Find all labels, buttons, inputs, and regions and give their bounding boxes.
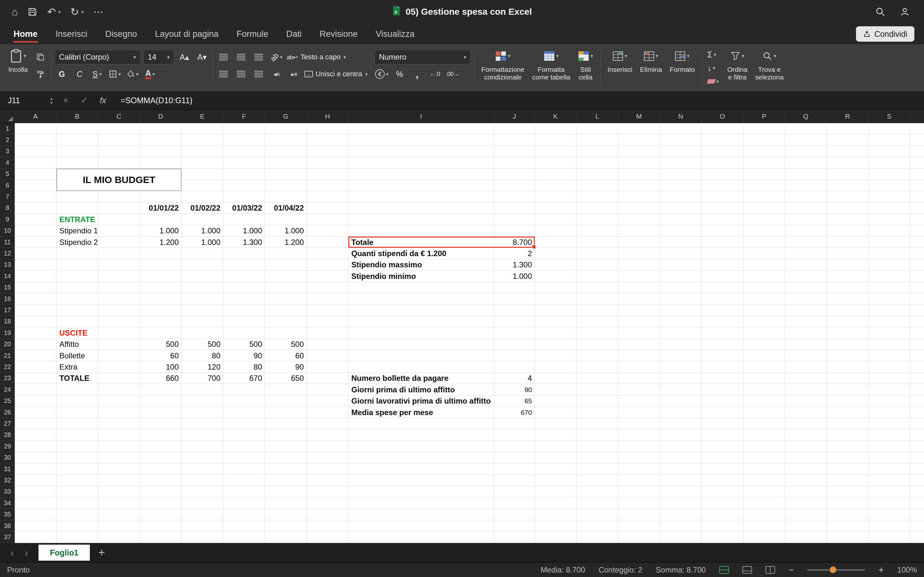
row-header-13[interactable]: 13 <box>0 259 15 271</box>
clear-button[interactable]: ▾ <box>706 75 724 88</box>
page-layout-view-icon[interactable] <box>742 566 752 574</box>
sheet-tab-foglio1[interactable]: Foglio1 <box>39 545 90 561</box>
cell-J13[interactable]: 1.300 <box>494 259 535 271</box>
name-box-spinner[interactable]: ▴▾ <box>50 97 53 105</box>
cell-J11[interactable]: 8.700 <box>494 237 535 248</box>
orientation-button[interactable]: ab▾ <box>269 50 284 64</box>
column-header-C[interactable]: C <box>98 110 140 123</box>
cell-J26[interactable]: 670 <box>494 407 535 418</box>
column-header-H[interactable]: H <box>307 110 349 123</box>
row-header-27[interactable]: 27 <box>0 418 15 429</box>
chevron-down-icon[interactable]: ▾ <box>81 9 84 15</box>
tab-revisione[interactable]: Revisione <box>310 24 367 44</box>
row-header-11[interactable]: 11 <box>0 237 15 248</box>
row-header-37[interactable]: 37 <box>0 532 15 543</box>
column-header-E[interactable]: E <box>182 110 223 123</box>
column-header-F[interactable]: F <box>223 110 265 123</box>
cell-F20[interactable]: 500 <box>223 339 265 350</box>
column-header-B[interactable]: B <box>57 110 98 123</box>
select-all-corner[interactable] <box>0 110 15 123</box>
cell-B20[interactable]: Affitto <box>57 339 98 350</box>
cell-D8[interactable]: 01/01/22 <box>140 203 182 214</box>
row-header-35[interactable]: 35 <box>0 509 15 520</box>
align-left-icon[interactable] <box>216 67 231 81</box>
cancel-icon[interactable]: × <box>57 95 75 105</box>
row-header-7[interactable]: 7 <box>0 191 15 202</box>
row-header-9[interactable]: 9 <box>0 214 15 225</box>
row-header-4[interactable]: 4 <box>0 157 15 168</box>
decrease-decimal-icon[interactable]: .00→ <box>445 67 460 81</box>
cell-I13[interactable]: Stipendio massimo <box>349 259 494 271</box>
cell-G21[interactable]: 60 <box>265 350 307 361</box>
zoom-slider[interactable] <box>807 569 865 571</box>
row-header-19[interactable]: 19 <box>0 327 15 338</box>
insert-cells-button[interactable]: ▾ Inserisci <box>604 47 636 75</box>
cell-E21[interactable]: 80 <box>182 350 223 361</box>
cell-D22[interactable]: 100 <box>140 361 182 372</box>
column-header-S[interactable]: S <box>869 110 910 123</box>
align-middle-icon[interactable] <box>234 50 249 64</box>
cell-F8[interactable]: 01/03/22 <box>223 203 265 214</box>
cell-J23[interactable]: 4 <box>494 373 535 384</box>
tab-formule[interactable]: Formule <box>228 24 277 44</box>
column-header-A[interactable]: A <box>15 110 57 123</box>
row-header-30[interactable]: 30 <box>0 452 15 464</box>
delete-cells-button[interactable]: ▾ Elimina <box>636 47 666 75</box>
increase-decimal-icon[interactable]: ←.0 <box>427 67 442 81</box>
tab-home[interactable]: Home <box>5 24 47 44</box>
undo-control[interactable]: ↶▾ <box>47 6 61 18</box>
paste-button[interactable]: ▾ Incolla <box>5 47 32 82</box>
comma-style-icon[interactable]: , <box>410 67 425 81</box>
normal-view-icon[interactable] <box>719 566 729 574</box>
undo-icon[interactable]: ↶ <box>47 6 56 18</box>
row-header-5[interactable]: 5 <box>0 169 15 180</box>
row-header-18[interactable]: 18 <box>0 316 15 327</box>
format-painter-icon[interactable] <box>33 67 48 82</box>
decrease-indent-icon[interactable]: ◂≡ <box>269 67 284 81</box>
font-name-select[interactable]: Calibri (Corpo)▾ <box>55 50 141 64</box>
row-header-10[interactable]: 10 <box>0 226 15 237</box>
format-cells-button[interactable]: ▾ Formato <box>666 47 698 75</box>
tab-disegno[interactable]: Disegno <box>96 24 146 44</box>
cell-F10[interactable]: 1.000 <box>223 226 265 237</box>
share-button[interactable]: Condividi <box>856 26 914 42</box>
cell-I25[interactable]: Giorni lavorativi prima di ultimo affitt… <box>349 396 494 407</box>
home-icon[interactable]: ⌂ <box>11 6 18 18</box>
cell-G22[interactable]: 90 <box>265 361 307 372</box>
row-header-12[interactable]: 12 <box>0 248 15 259</box>
cell-E11[interactable]: 1.000 <box>182 237 223 248</box>
column-header-Q[interactable]: Q <box>785 110 827 123</box>
column-header-O[interactable]: O <box>702 110 743 123</box>
column-header-R[interactable]: R <box>827 110 869 123</box>
row-header-1[interactable]: 1 <box>0 123 15 134</box>
cell-styles-button[interactable]: ▾ Stili cella <box>574 47 597 82</box>
cell-B9[interactable]: ENTRATE <box>57 214 98 225</box>
page-break-view-icon[interactable] <box>766 566 775 574</box>
row-header-21[interactable]: 21 <box>0 350 15 361</box>
borders-button[interactable]: ▾ <box>107 67 122 81</box>
cell-G20[interactable]: 500 <box>265 339 307 350</box>
redo-control[interactable]: ↻▾ <box>70 6 84 18</box>
cell-D23[interactable]: 660 <box>140 373 182 384</box>
cell-E20[interactable]: 500 <box>182 339 223 350</box>
tab-visualizza[interactable]: Visualizza <box>367 24 423 44</box>
cell-I26[interactable]: Media spese per mese <box>349 407 494 418</box>
cell-B5[interactable]: IL MIO BUDGET <box>57 169 182 191</box>
cell-E23[interactable]: 700 <box>182 373 223 384</box>
name-box[interactable]: J11 ▴▾ <box>0 92 57 109</box>
row-header-6[interactable]: 6 <box>0 180 15 191</box>
row-header-8[interactable]: 8 <box>0 203 15 214</box>
tab-dati[interactable]: Dati <box>277 24 310 44</box>
row-header-24[interactable]: 24 <box>0 384 15 395</box>
insert-function-icon[interactable]: fx <box>94 95 112 105</box>
row-header-17[interactable]: 17 <box>0 305 15 316</box>
row-header-16[interactable]: 16 <box>0 293 15 305</box>
autosum-button[interactable]: Σ▾ <box>706 48 724 61</box>
fill-color-button[interactable]: ▾ <box>125 67 140 81</box>
row-header-32[interactable]: 32 <box>0 475 15 486</box>
row-header-36[interactable]: 36 <box>0 520 15 532</box>
column-header-D[interactable]: D <box>140 110 182 123</box>
row-header-26[interactable]: 26 <box>0 407 15 418</box>
row-header-20[interactable]: 20 <box>0 339 15 350</box>
zoom-out-icon[interactable]: − <box>788 565 794 575</box>
